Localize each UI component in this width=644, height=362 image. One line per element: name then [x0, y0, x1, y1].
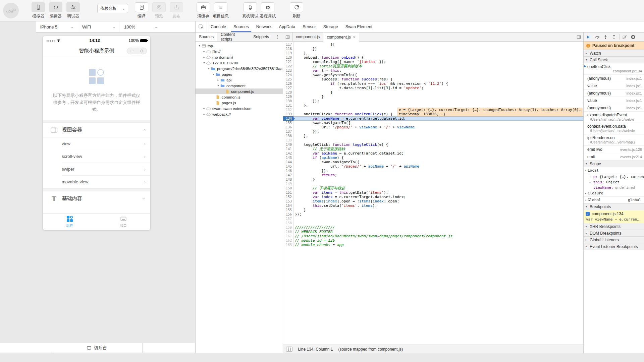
line-number-156[interactable]: 156: [283, 212, 293, 217]
editor-tab-1[interactable]: component.js ×: [323, 33, 359, 42]
clear-cache-button[interactable]: 清缓存: [195, 0, 212, 21]
refresh-button[interactable]: 刷新: [288, 0, 305, 21]
line-number-143[interactable]: 143: [283, 156, 293, 160]
step-into-button[interactable]: [601, 33, 610, 41]
overflow-menu-icon[interactable]: ⋮: [272, 33, 283, 41]
line-number-158[interactable]: 158: [283, 221, 293, 225]
line-number-139[interactable]: 139: [283, 138, 293, 142]
inspect-element-button[interactable]: [196, 21, 207, 32]
login-button[interactable]: Login: [1, 1, 21, 20]
line-number-155[interactable]: 155: [283, 208, 293, 212]
device-debug-button[interactable]: 真机调试: [241, 0, 259, 21]
tree-item-webpack-[interactable]: ▸ webpack://: [196, 111, 283, 117]
call-stack-frame[interactable]: value index.js:1: [584, 97, 644, 104]
line-number-130[interactable]: 130: [283, 99, 293, 103]
watch-section-header[interactable]: ▸Watch: [584, 50, 644, 57]
tree-item--no-domain-[interactable]: ▸ (no domain): [196, 54, 283, 60]
component-item-scroll-view[interactable]: scroll-view ›: [62, 150, 150, 163]
more-icon[interactable]: ⋯: [127, 48, 137, 54]
remote-debug-button[interactable]: 远程调试: [259, 0, 276, 21]
line-number-144[interactable]: 144: [283, 160, 293, 164]
step-out-button[interactable]: [610, 33, 618, 41]
line-number-129[interactable]: 129: [283, 95, 293, 99]
phone-tab-api[interactable]: 接口: [97, 214, 150, 230]
line-number-131[interactable]: 131: [283, 103, 293, 108]
line-number-142[interactable]: 142: [283, 151, 293, 156]
tree-open-arrow-icon[interactable]: ▾: [212, 73, 215, 76]
tree-closed-arrow-icon[interactable]: ▸: [202, 56, 206, 59]
line-number-132[interactable]: 132: [283, 108, 293, 112]
devtools-tab-appdata[interactable]: AppData: [275, 21, 299, 32]
line-number-146[interactable]: 146: [283, 169, 293, 173]
line-number-141[interactable]: 141: [283, 147, 293, 151]
line-number-135[interactable]: 135: [283, 121, 293, 125]
scope-variable-e[interactable]: ▸ e: {target: {…}, curren: [584, 174, 644, 179]
line-number-159[interactable]: 159: [283, 225, 293, 230]
tree-open-arrow-icon[interactable]: ▾: [202, 61, 206, 64]
component-item-movable-view[interactable]: movable-view ›: [62, 176, 150, 188]
tree-item-swan-swan-extensison[interactable]: ▸ swan-swan-extensison: [196, 106, 283, 111]
project-info-button[interactable]: 项目信息: [212, 0, 229, 21]
scope-variable-viewName[interactable]: viewName: undefined: [584, 185, 644, 190]
call-stack-frame[interactable]: emitTwo events.js:126: [584, 146, 644, 153]
editor-button[interactable]: 编辑器: [47, 0, 64, 21]
line-number-161[interactable]: 161: [283, 234, 293, 238]
line-number-121[interactable]: 121: [283, 60, 293, 64]
line-number-126[interactable]: 126: [283, 81, 293, 86]
tree-item-api[interactable]: ▸ api: [196, 77, 283, 83]
tree-open-arrow-icon[interactable]: ▾: [198, 44, 201, 47]
tree-item-component[interactable]: ▾ component: [196, 83, 283, 88]
call-stack-frame[interactable]: exports.dispatchEvent /Users/jiamiao/...…: [584, 112, 644, 123]
scope-group-closure[interactable]: ▸ Closure: [584, 190, 644, 197]
section-basic-content[interactable]: T基础内容›: [43, 191, 150, 206]
line-number-120[interactable]: 120: [283, 55, 293, 60]
call-stack-frame[interactable]: ▶ oneItemClick component.js:134: [584, 63, 644, 75]
tree-item-file-[interactable]: ▸ file://: [196, 49, 283, 54]
scope-group-global[interactable]: ▸ Global global: [584, 197, 644, 203]
line-number-134[interactable]: 134: [283, 116, 293, 121]
background-switch-button[interactable]: 切后台: [51, 343, 143, 353]
component-item-view[interactable]: view ›: [62, 137, 150, 150]
line-number-160[interactable]: 160: [283, 230, 293, 234]
line-number-128[interactable]: 128: [283, 90, 293, 95]
line-number-124[interactable]: 124: [283, 73, 293, 77]
line-number-119[interactable]: 119: [283, 51, 293, 55]
devtools-tab-swan-element[interactable]: Swan Element: [342, 21, 376, 32]
tree-item-127.0.0.1-8700[interactable]: ▾ 127.0.0.1:8700: [196, 60, 283, 66]
line-number-138[interactable]: 138: [283, 134, 293, 138]
line-number-122[interactable]: 122: [283, 64, 293, 68]
publish-button[interactable]: 发布: [168, 0, 185, 21]
tree-item-program-2dcc3845d3f32e35978813aa[interactable]: ▾ program/2dcc3845d3f32e35978813aa: [196, 66, 283, 71]
analysis-dropdown[interactable]: 依赖分析 ⌄: [97, 4, 128, 13]
scope-group-local[interactable]: ▾ Local: [584, 167, 644, 174]
call-stack-frame[interactable]: (anonymous) index.js:1: [584, 75, 644, 82]
tree-open-arrow-icon[interactable]: ▾: [207, 67, 211, 70]
resume-button[interactable]: [585, 33, 593, 41]
close-circle-icon[interactable]: ⊙: [137, 48, 147, 54]
tree-closed-arrow-icon[interactable]: ▸: [202, 113, 206, 116]
line-number-163[interactable]: 163: [283, 243, 293, 247]
line-number-137[interactable]: 137: [283, 129, 293, 134]
line-number-157[interactable]: 157: [283, 217, 293, 221]
pause-on-exceptions-button[interactable]: [629, 33, 637, 41]
close-icon[interactable]: ×: [353, 35, 356, 40]
call-stack-section-header[interactable]: ▾Call Stack: [584, 56, 644, 63]
section-header-xhr-breakpoints[interactable]: ▸XHR Breakpoints: [584, 223, 644, 230]
line-number-133[interactable]: 133: [283, 112, 293, 116]
network-select[interactable]: WiFi ⌄: [78, 21, 120, 32]
panel-right-button[interactable]: [574, 33, 583, 41]
tree-item-pages.js[interactable]: pages.js: [196, 100, 283, 106]
line-number-123[interactable]: 123: [283, 68, 293, 73]
line-number-118[interactable]: 118: [283, 47, 293, 51]
breakpoints-section-header[interactable]: ▾Breakpoints: [584, 203, 644, 210]
zoom-select[interactable]: 100% ⌄: [120, 21, 162, 32]
tree-closed-arrow-icon[interactable]: ▸: [216, 78, 220, 81]
code-editor[interactable]: 117 }] 118 }] 119 }, 120 onLoad: functio…: [283, 42, 583, 345]
call-stack-frame[interactable]: (anonymous) index.js:1: [584, 104, 644, 112]
line-number-148[interactable]: 148: [283, 177, 293, 182]
devtools-tab-sources[interactable]: Sources: [230, 21, 253, 32]
sidebar-tab-snippets[interactable]: Snippets: [250, 33, 272, 41]
sidebar-tab-content-scripts[interactable]: Content scripts: [217, 33, 250, 41]
devtools-tab-sensor[interactable]: Sensor: [299, 21, 320, 32]
call-stack-frame[interactable]: value index.js:1: [584, 82, 644, 89]
